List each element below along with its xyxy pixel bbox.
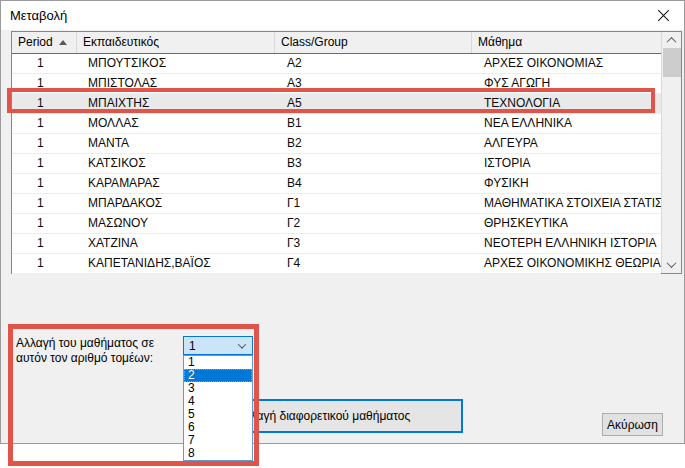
table-row[interactable]: 1 ΜΠΟΥΤΣΙΚΟΣ Α2 ΑΡΧΕΣ ΟΙΚΟΝΟΜΙΑΣ [12, 54, 661, 74]
cell-class-group: Β1 [275, 114, 472, 133]
cell-period: 1 [12, 54, 77, 73]
column-header-subject[interactable]: Μάθημα [472, 32, 661, 53]
cell-period: 1 [12, 114, 77, 133]
cell-period: 1 [12, 134, 77, 153]
combobox-value: 1 [184, 339, 196, 353]
title-bar: Μεταβολή [1, 1, 684, 30]
column-header-teacher[interactable]: Εκπαιδευτικός [77, 32, 275, 53]
cell-subject: ΦΥΣΙΚΗ [472, 174, 661, 193]
cell-subject: ΝΕΑ ΕΛΛΗΝΙΚΑ [472, 114, 661, 133]
sections-dropdown-list: 12345678 [183, 355, 253, 461]
cell-subject: ΙΣΤΟΡΙΑ [472, 154, 661, 173]
screenshot-root: Μεταβολή Period Εκπαιδευτικός Class/Grou… [0, 0, 685, 468]
cell-subject: ΑΡΧΕΣ ΟΙΚΟΝΟΜΙΑΣ [472, 54, 661, 73]
cell-subject: ΑΛΓΕΥΡΑ [472, 134, 661, 153]
cell-period: 1 [12, 74, 77, 93]
cell-period: 1 [12, 174, 77, 193]
column-header-label: Μάθημα [478, 32, 522, 53]
cell-subject: ΝΕΟΤΕΡΗ ΕΛΛΗΝΙΚΗ ΙΣΤΟΡΙΑ [472, 234, 661, 253]
table-row[interactable]: 1 ΜΠΙΣΤΟΛΑΣ Α3 ΦΥΣ ΑΓΩΓΗ [12, 74, 661, 94]
cell-subject: ΜΑΘΗΜΑΤΙΚΑ ΣΤΟΙΧΕΙΑ ΣΤΑΤΙΣ [472, 194, 661, 213]
cell-subject: ΑΡΧΕΣ ΟΙΚΟΝΟΜΙΚΗΣ ΘΕΩΡΙΑΣ [472, 254, 661, 273]
cell-class-group: Γ4 [275, 254, 472, 273]
table-row[interactable]: 1 ΜΟΛΛΑΣ Β1 ΝΕΑ ΕΛΛΗΝΙΚΑ [12, 114, 661, 134]
cell-class-group: Α5 [275, 94, 472, 113]
table-body: 1 ΜΠΟΥΤΣΙΚΟΣ Α2 ΑΡΧΕΣ ΟΙΚΟΝΟΜΙΑΣ 1 ΜΠΙΣΤ… [12, 54, 661, 274]
cell-subject: ΘΡΗΣΚΕΥΤΙΚΑ [472, 214, 661, 233]
sections-count-label: Αλλαγή του μαθήματος σε αυτόν τον αριθμό… [16, 336, 154, 366]
cell-class-group: Γ3 [275, 234, 472, 253]
cell-class-group: Β3 [275, 154, 472, 173]
cell-class-group: Γ1 [275, 194, 472, 213]
cell-period: 1 [12, 254, 77, 273]
table-row[interactable]: 1 ΜΑΣΩΝΟΥ Γ2 ΘΡΗΣΚΕΥΤΙΚΑ [12, 214, 661, 234]
cell-teacher: ΜΑΣΩΝΟΥ [77, 214, 275, 233]
cell-class-group: Β4 [275, 174, 472, 193]
table-row[interactable]: 1 ΧΑΤΖΙΝΑ Γ3 ΝΕΟΤΕΡΗ ΕΛΛΗΝΙΚΗ ΙΣΤΟΡΙΑ [12, 234, 661, 254]
cell-teacher: ΜΑΝΤΑ [77, 134, 275, 153]
table-row[interactable]: 1 ΜΠΑΙΧΤΗΣ Α5 ΤΕΧΝΟΛΟΓΙΑ [12, 94, 661, 114]
table-header: Period Εκπαιδευτικός Class/Group Μάθημα [12, 32, 661, 54]
table-scrollbar[interactable] [661, 32, 681, 273]
column-header-label: Εκπαιδευτικός [83, 32, 159, 53]
cell-teacher: ΚΑΤΣΙΚΟΣ [77, 154, 275, 173]
chevron-up-icon [667, 37, 677, 47]
dialog-metavoli: Μεταβολή Period Εκπαιδευτικός Class/Grou… [0, 0, 685, 444]
dialog-title: Μεταβολή [10, 1, 67, 30]
cell-teacher: ΜΠΑΡΔΑΚΟΣ [77, 194, 275, 213]
cell-class-group: Β2 [275, 134, 472, 153]
cell-teacher: ΚΑΠΕΤΑΝΙΔΗΣ,ΒΑΪΟΣ [77, 254, 275, 273]
cell-class-group: Γ2 [275, 214, 472, 233]
close-icon [657, 9, 670, 22]
cell-teacher: ΜΠΙΣΤΟΛΑΣ [77, 74, 275, 93]
table-row[interactable]: 1 ΚΑΤΣΙΚΟΣ Β3 ΙΣΤΟΡΙΑ [12, 154, 661, 174]
cell-subject: ΦΥΣ ΑΓΩΓΗ [472, 74, 661, 93]
table-row[interactable]: 1 ΜΑΝΤΑ Β2 ΑΛΓΕΥΡΑ [12, 134, 661, 154]
table-row[interactable]: 1 ΜΠΑΡΔΑΚΟΣ Γ1 ΜΑΘΗΜΑΤΙΚΑ ΣΤΟΙΧΕΙΑ ΣΤΑΤΙ… [12, 194, 661, 214]
sections-count-label-line2: αυτόν τον αριθμό τομέων: [16, 351, 154, 366]
cell-subject: ΤΕΧΝΟΛΟΓΙΑ [472, 94, 661, 113]
cell-period: 1 [12, 234, 77, 253]
scroll-down-button[interactable] [662, 256, 681, 273]
sections-combobox[interactable]: 1 [183, 336, 253, 355]
column-header-period[interactable]: Period [12, 32, 77, 53]
cell-class-group: Α2 [275, 54, 472, 73]
dropdown-option[interactable]: 8 [184, 447, 252, 460]
sort-ascending-icon [59, 40, 67, 45]
cell-period: 1 [12, 214, 77, 233]
cell-teacher: ΧΑΤΖΙΝΑ [77, 234, 275, 253]
scroll-up-button[interactable] [662, 32, 681, 49]
column-header-class-group[interactable]: Class/Group [275, 32, 472, 53]
cell-period: 1 [12, 154, 77, 173]
cancel-button[interactable]: Ακύρωση [602, 413, 663, 436]
cell-period: 1 [12, 194, 77, 213]
chevron-down-icon [238, 340, 246, 348]
cell-class-group: Α3 [275, 74, 472, 93]
cell-teacher: ΜΠΑΙΧΤΗΣ [77, 94, 275, 113]
cell-period: 1 [12, 94, 77, 113]
column-header-label: Period [18, 32, 53, 53]
schedule-table: Period Εκπαιδευτικός Class/Group Μάθημα … [11, 31, 682, 274]
cell-teacher: ΚΑΡΑΜΑΡΑΣ [77, 174, 275, 193]
table-row[interactable]: 1 ΚΑΠΕΤΑΝΙΔΗΣ,ΒΑΪΟΣ Γ4 ΑΡΧΕΣ ΟΙΚΟΝΟΜΙΚΗΣ… [12, 254, 661, 274]
cell-teacher: ΜΟΛΛΑΣ [77, 114, 275, 133]
chevron-down-icon [667, 258, 677, 268]
cell-teacher: ΜΠΟΥΤΣΙΚΟΣ [77, 54, 275, 73]
table-row[interactable]: 1 ΚΑΡΑΜΑΡΑΣ Β4 ΦΥΣΙΚΗ [12, 174, 661, 194]
close-button[interactable] [642, 1, 684, 30]
column-header-label: Class/Group [281, 32, 348, 53]
scrollbar-thumb[interactable] [663, 48, 681, 77]
sections-count-label-line1: Αλλαγή του μαθήματος σε [16, 336, 154, 351]
